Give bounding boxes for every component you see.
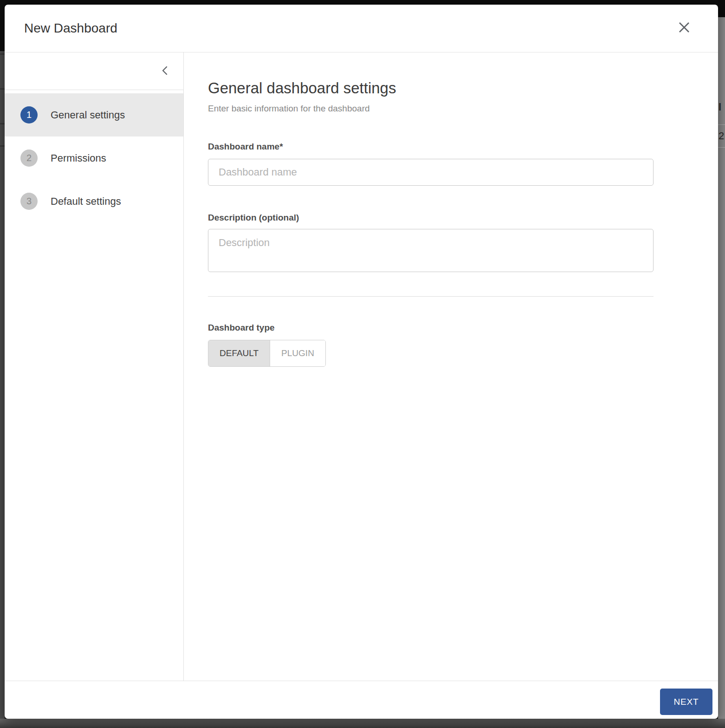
backdrop-text-fragment: l — [719, 101, 721, 113]
description-label: Description (optional) — [208, 213, 718, 223]
step-permissions[interactable]: 2 Permissions — [5, 136, 183, 180]
close-icon — [678, 21, 690, 35]
backdrop-right-strip: l 2: — [718, 0, 725, 728]
step-label: Default settings — [51, 195, 121, 208]
backdrop-right-top — [718, 0, 725, 17]
backdrop-row-line — [0, 88, 5, 90]
modal-title: New Dashboard — [24, 21, 117, 36]
step-default-settings[interactable]: 3 Default settings — [5, 180, 183, 223]
modal-body: 1 General settings 2 Permissions 3 Defau… — [5, 52, 718, 681]
page-subtitle: Enter basic information for the dashboar… — [208, 104, 718, 114]
type-option-default[interactable]: DEFAULT — [208, 340, 270, 366]
backdrop-bottom-strip — [0, 719, 725, 728]
modal-header: New Dashboard — [5, 5, 718, 52]
collapse-sidebar-button[interactable] — [156, 63, 173, 79]
next-button[interactable]: NEXT — [660, 689, 712, 715]
settings-form-panel: General dashboard settings Enter basic i… — [184, 52, 718, 681]
dashboard-name-label: Dashboard name* — [208, 142, 718, 152]
dashboard-name-input[interactable] — [208, 159, 654, 186]
step-general-settings[interactable]: 1 General settings — [5, 93, 183, 136]
backdrop-row-line — [0, 123, 5, 124]
backdrop-row-line — [0, 53, 5, 55]
description-textarea[interactable] — [208, 229, 654, 272]
step-number-badge: 1 — [20, 106, 38, 124]
section-divider — [208, 296, 654, 297]
dashboard-type-toggle: DEFAULT PLUGIN — [208, 340, 326, 367]
chevron-left-icon — [161, 65, 168, 77]
backdrop-text-fragment: 2: — [719, 130, 725, 142]
wizard-steps: 1 General settings 2 Permissions 3 Defau… — [5, 93, 183, 223]
wizard-sidebar: 1 General settings 2 Permissions 3 Defau… — [5, 52, 184, 681]
backdrop-left-top — [0, 0, 5, 51]
dashboard-type-label: Dashboard type — [208, 323, 718, 333]
backdrop-left-strip — [0, 0, 5, 728]
modal-footer: NEXT — [5, 681, 718, 719]
backdrop-row-line — [0, 145, 5, 147]
page-title: General dashboard settings — [208, 79, 718, 97]
new-dashboard-modal: New Dashboard — [5, 5, 718, 719]
step-label: Permissions — [51, 152, 106, 164]
backdrop-row-line — [718, 147, 725, 148]
step-label: General settings — [51, 109, 125, 121]
step-number-badge: 2 — [20, 150, 38, 167]
type-option-plugin[interactable]: PLUGIN — [270, 340, 325, 366]
sidebar-header — [5, 52, 183, 90]
close-button[interactable] — [675, 19, 693, 37]
backdrop-row-line — [718, 124, 725, 125]
step-number-badge: 3 — [20, 193, 38, 210]
